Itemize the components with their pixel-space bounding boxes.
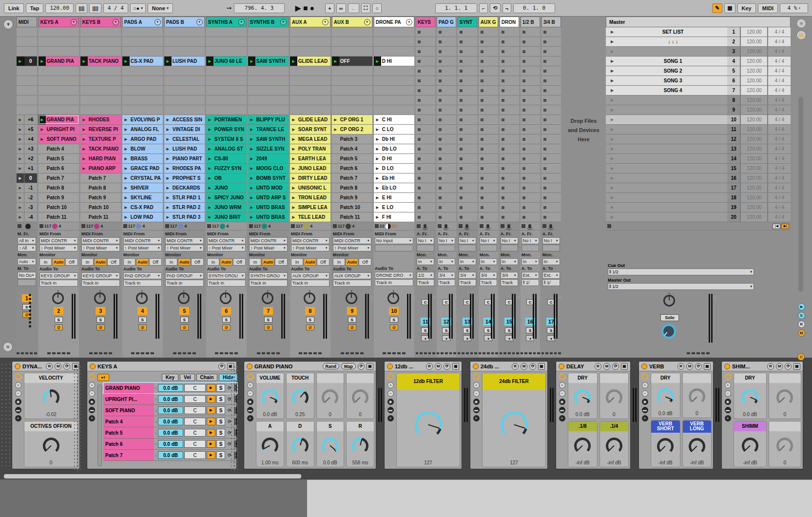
computer-midi-keyboard-icon[interactable]: ▦: [724, 3, 735, 13]
back-to-arrangement-button[interactable]: |◀: [773, 224, 780, 229]
clip-slot[interactable]: [521, 27, 540, 37]
track-stop-button[interactable]: [18, 224, 21, 228]
clip-slot[interactable]: [521, 66, 540, 76]
clip-play-icon[interactable]: [332, 154, 339, 163]
track-stop-button[interactable]: [375, 224, 379, 228]
clip-slot[interactable]: [479, 96, 498, 105]
scene-row[interactable]: ▶SONG 25120.004 / 4: [606, 66, 791, 76]
macro-knob[interactable]: [262, 389, 278, 406]
scene-tempo[interactable]: 120.00: [740, 47, 767, 56]
clip-play-icon[interactable]: ▶: [248, 183, 255, 192]
clip[interactable]: ▶ACCESS SIN: [164, 115, 205, 124]
clip-slot[interactable]: [374, 37, 414, 47]
clip-play-icon[interactable]: ▶: [290, 212, 297, 222]
macro-knob[interactable]: [352, 389, 368, 406]
clip-slot[interactable]: ▶STLR PAD 3: [164, 212, 205, 222]
clip-play-icon[interactable]: ▶: [122, 193, 130, 202]
scene-time-signature[interactable]: 4 / 4: [767, 57, 791, 66]
clip-slot[interactable]: ▶C HI: [374, 115, 414, 125]
track-stop-button[interactable]: [123, 224, 127, 228]
clip-slot[interactable]: [500, 115, 519, 125]
scene-tempo[interactable]: 120.00: [740, 164, 767, 173]
chain-solo-button[interactable]: S: [216, 418, 225, 425]
scene-row[interactable]: ▶11120.004 / 4: [606, 125, 791, 134]
clip[interactable]: Patch 9: [332, 193, 372, 202]
clip-slot[interactable]: [479, 144, 498, 154]
stop-all-clips-icon[interactable]: ▶|: [781, 224, 789, 229]
track-delay-row[interactable]: [458, 349, 477, 357]
speaker-icon[interactable]: [207, 440, 215, 448]
clip[interactable]: ▶DIRTY LEAD: [290, 173, 330, 183]
clip-slot[interactable]: ▶Eb LO: [374, 183, 414, 193]
solo-button[interactable]: S: [390, 317, 398, 323]
clip-slot[interactable]: ▶+1: [17, 164, 37, 173]
macro-knob[interactable]: [43, 438, 59, 454]
clip-play-icon[interactable]: ▶: [206, 115, 213, 124]
clip-slot[interactable]: [206, 76, 247, 86]
device-m-button[interactable]: M: [686, 363, 693, 370]
clip-slot[interactable]: [164, 66, 205, 76]
monitor-switch[interactable]: InAutoOff: [165, 258, 204, 266]
clip-slot[interactable]: ▶MEGA LEAD: [290, 134, 330, 144]
scene-play-icon[interactable]: ▶: [606, 96, 619, 105]
macro-add-icon[interactable]: +: [247, 382, 253, 388]
clip-slot[interactable]: [479, 183, 498, 193]
macro-knob[interactable]: [776, 389, 793, 406]
clip-play-icon[interactable]: ▶: [122, 164, 130, 173]
clip-slot[interactable]: ▶JUNO: [206, 183, 247, 193]
clip-slot[interactable]: [374, 96, 414, 105]
scene-play-icon[interactable]: ▶: [606, 47, 619, 56]
scene-time-signature[interactable]: 4 / 4: [767, 125, 791, 134]
clip-slot[interactable]: [248, 105, 289, 115]
clip-slot[interactable]: Patch 4: [332, 144, 372, 154]
clip-play-icon[interactable]: ▶: [374, 212, 381, 222]
chain-volume[interactable]: 0.0 dB: [158, 451, 183, 459]
clip-slot[interactable]: [290, 47, 330, 57]
monitor-in[interactable]: In: [291, 258, 304, 266]
clip-slot[interactable]: [437, 76, 456, 86]
scene-row[interactable]: ▶9120.004 / 4: [606, 105, 791, 115]
draw-mode-icon[interactable]: ✎: [712, 3, 722, 13]
hot-swap-icon[interactable]: ⟳: [358, 363, 365, 370]
macro-knob[interactable]: [292, 389, 309, 406]
clip-slot[interactable]: [437, 86, 456, 96]
clip-play-icon[interactable]: [332, 173, 339, 183]
clip-slot[interactable]: [164, 96, 205, 105]
clip-slot[interactable]: [437, 183, 456, 193]
macro-knob[interactable]: [415, 411, 442, 439]
volume-handle[interactable]: ◁: [286, 295, 289, 300]
clip-slot[interactable]: ▶0: [17, 173, 37, 183]
clip-slot[interactable]: [164, 47, 205, 57]
map-mode-icon[interactable]: ◉: [473, 399, 480, 405]
clip-slot[interactable]: ▶LUSH PAD: [164, 144, 205, 154]
hot-swap-icon[interactable]: ⟳: [218, 363, 225, 370]
tap-tempo-button[interactable]: Tap: [26, 3, 44, 13]
clip-slot[interactable]: [541, 193, 561, 203]
clip-slot[interactable]: [521, 164, 540, 173]
clip-slot[interactable]: [437, 212, 456, 222]
scene-play-icon[interactable]: ▶: [606, 193, 619, 202]
clip[interactable]: ▶C HI: [374, 115, 414, 124]
scene-time-signature[interactable]: 4 / 4: [767, 203, 791, 212]
monitor-auto[interactable]: Auto: [220, 258, 232, 266]
device-power-icon[interactable]: [642, 374, 648, 380]
clip-slot[interactable]: ▶GRACE PAD: [122, 164, 163, 173]
clip[interactable]: ▶F HI: [374, 212, 414, 222]
scene-time-signature[interactable]: 4 / 4: [767, 115, 791, 124]
clip-slot[interactable]: [206, 66, 247, 76]
clip-slot[interactable]: [332, 105, 372, 115]
clip[interactable]: ▶REVERSE PI: [80, 125, 121, 134]
clip-play-icon[interactable]: ▶: [122, 173, 130, 183]
clip[interactable]: ▶TELE LEAD: [290, 212, 330, 222]
track-number[interactable]: 8: [305, 307, 315, 315]
macro-remove-icon[interactable]: −: [247, 390, 253, 397]
macro-add-icon[interactable]: +: [473, 382, 480, 388]
solo-button[interactable]: S: [97, 317, 105, 323]
clip-slot[interactable]: ▶POLY TRAN: [290, 144, 330, 154]
clip[interactable]: ▶STLR PAD 2: [164, 203, 205, 212]
monitor-off[interactable]: Off: [359, 258, 371, 266]
clip-slot[interactable]: ▶ANALOG ST: [206, 144, 247, 154]
clip-slot[interactable]: [437, 105, 456, 115]
clip-play-icon[interactable]: ▶: [374, 144, 381, 153]
clip-slot[interactable]: ▶ARGO PAD: [122, 134, 163, 144]
